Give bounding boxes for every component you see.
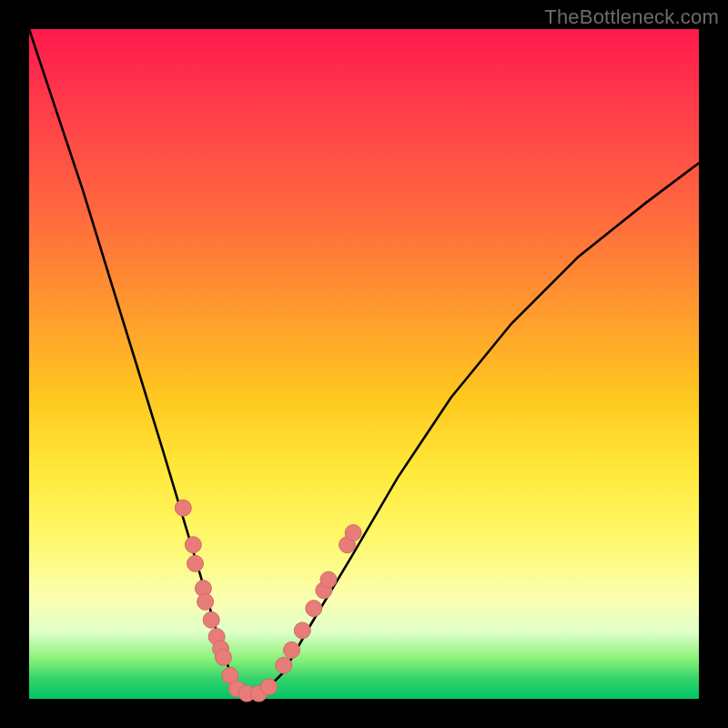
marker-dot [215,649,231,665]
marker-dot [306,601,322,617]
watermark-text: TheBottleneck.com [544,5,719,29]
marker-dot [294,622,310,639]
outer-frame: TheBottleneck.com [0,0,728,728]
marker-dot [197,593,214,610]
marker-dot [185,537,201,553]
plot-area [29,29,699,699]
curve-svg [29,29,699,699]
marker-dot [261,679,278,695]
marker-dot [276,657,292,673]
highlighted-points [175,500,361,702]
bottleneck-curve [29,29,699,695]
marker-dot [175,500,191,516]
marker-dot [203,612,219,628]
marker-dot [345,525,361,541]
marker-dot [320,571,337,588]
marker-dot [284,642,300,658]
marker-dot [187,555,204,571]
